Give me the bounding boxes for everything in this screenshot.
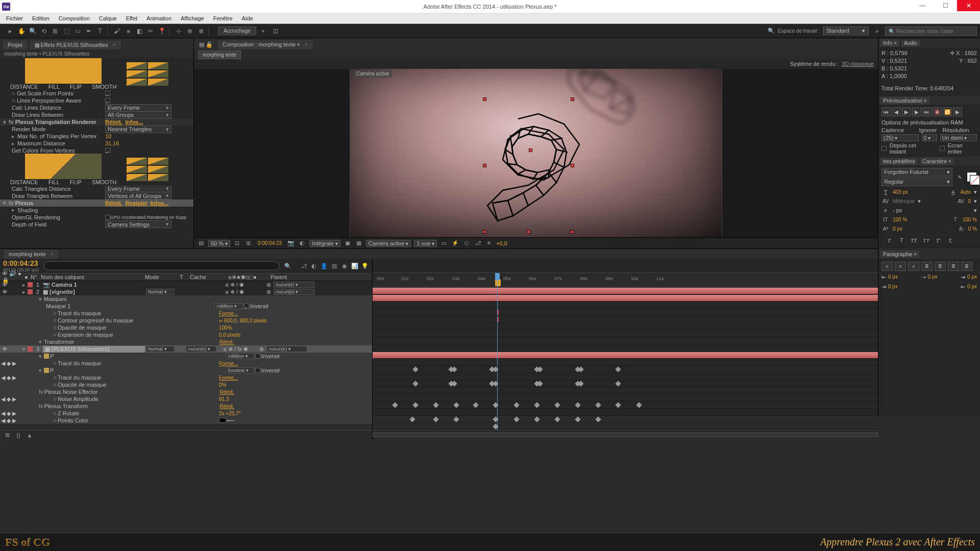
layer-row[interactable]: ⊙ Opacité de masque0%	[0, 381, 372, 388]
timeline-search-input[interactable]	[44, 261, 279, 270]
show-channel-icon[interactable]: ◐	[298, 239, 306, 247]
play-button[interactable]: ▶	[902, 107, 911, 116]
snapping-button[interactable]: Accrochage	[218, 27, 256, 35]
zoom-in-icon[interactable]: {}	[14, 431, 22, 439]
subscript-button[interactable]: T,	[946, 236, 955, 244]
draft3d-icon[interactable]: ◐	[310, 262, 318, 270]
effect-property[interactable]: ▸Maximum Distance31,16	[0, 140, 193, 147]
justify-center-button[interactable]: ≣	[935, 262, 946, 271]
minimize-button[interactable]: —	[911, 0, 934, 11]
effect-property[interactable]: Draw Lines BetweenAll Groups▾	[0, 111, 193, 118]
always-preview-icon[interactable]: ▤	[197, 239, 205, 247]
smallcaps-button[interactable]: Tᴛ	[921, 236, 930, 244]
roto-tool[interactable]: ✂	[145, 26, 156, 36]
snap-icon[interactable]: ⌖	[258, 26, 268, 36]
align-left-button[interactable]: ≡	[881, 262, 893, 271]
timeline-scrollbar[interactable]	[373, 433, 878, 437]
frame-blend-icon[interactable]: ▨	[330, 262, 338, 270]
comp-subtab[interactable]: morphing texte	[198, 51, 241, 59]
ram-preview-button[interactable]: ▶	[953, 107, 962, 116]
menu-composition[interactable]: Composition	[55, 14, 94, 22]
fast-preview-icon[interactable]: ⚡	[451, 239, 459, 247]
caps-button[interactable]: TT	[909, 236, 918, 244]
justify-left-button[interactable]: ≣	[921, 262, 933, 271]
layer-row[interactable]: ◀ ◆ ▶⊙ Points Color ⟵	[0, 417, 372, 424]
layer-row[interactable]: ◀ ◆ ▶⊙ Z Rotate2x +25,7°	[0, 410, 372, 417]
menu-view[interactable]: Affichage	[177, 14, 208, 22]
justify-right-button[interactable]: ≣	[948, 262, 959, 271]
zoom-out-icon[interactable]: ▲	[26, 431, 34, 439]
layer-row[interactable]: ⊙ Contour progressif du masque∞ 600,0, 6…	[0, 317, 372, 324]
eraser-tool[interactable]: ◧	[134, 26, 144, 36]
pixel-aspect-icon[interactable]: ▭	[440, 239, 448, 247]
layer-row[interactable]: ▾ PAddition ▾ Inversé	[0, 353, 372, 360]
info-tab[interactable]: Info ×	[879, 38, 900, 47]
kerning-select[interactable]: Métrique	[893, 198, 915, 204]
brainstorm-icon[interactable]: 💡	[361, 262, 369, 270]
view-axis-icon[interactable]: ⊗	[196, 26, 206, 36]
timecode[interactable]: 0:00:04:23	[3, 259, 39, 267]
timeline-tab[interactable]: morphing texte ×	[3, 249, 59, 259]
baseline-value[interactable]: 0 px	[893, 226, 902, 232]
puppet-tool[interactable]: 📍	[157, 26, 167, 36]
menu-edit[interactable]: Edition	[28, 14, 54, 22]
resolution-ram-select[interactable]: Un demi ▾	[940, 134, 977, 141]
justify-all-button[interactable]: ≣	[961, 262, 972, 271]
camera-select[interactable]: Caméra active ▾	[366, 240, 411, 247]
vscale-value[interactable]: 100 %	[893, 217, 907, 222]
layer-row[interactable]: ⊙ Opacité de masque100%	[0, 324, 372, 331]
effect-property[interactable]: Get Colors From Vertices	[0, 147, 193, 154]
font-size-value[interactable]: 403 px	[893, 189, 908, 195]
resolution-select[interactable]: Intégrale ▾	[309, 240, 340, 247]
pan-behind-tool[interactable]: ⬚	[61, 26, 71, 36]
comp-mini-flowchart-icon[interactable]: ⎇	[300, 262, 308, 270]
camera-tool[interactable]: ⊞	[50, 26, 60, 36]
layer-row[interactable]: ⊙ Tracé du masqueForme...	[0, 310, 372, 317]
roi-icon[interactable]: ▣	[344, 239, 352, 247]
audio-tab[interactable]: Audio	[900, 39, 921, 47]
effect-property[interactable]: ▾fx Plexus Triangulation RendererRéinit.…	[0, 118, 193, 126]
workspace-menu-icon[interactable]: »	[872, 26, 882, 36]
rotate-tool[interactable]: ⟲	[39, 26, 49, 36]
effect-property[interactable]: ▸Max No. of Triangles Per Vertex10	[0, 133, 193, 140]
snap-opts-icon[interactable]: ⊡	[271, 26, 281, 36]
align-center-button[interactable]: ≡	[895, 262, 906, 271]
layer-row[interactable]: 👁▸1📷 Caméra 1⚹ ✽ / ◉⊚Aucun(e) ▾	[0, 281, 372, 288]
layer-row[interactable]: Masque 1Addition ▾ Inversé	[0, 303, 372, 310]
superscript-button[interactable]: T'	[934, 236, 943, 244]
timeline-icon[interactable]: ⏲	[462, 239, 471, 247]
align-right-button[interactable]: ≡	[908, 262, 919, 271]
selection-tool[interactable]: ▸	[5, 26, 15, 36]
shape-tool[interactable]: ▭	[72, 26, 83, 36]
menu-effect[interactable]: Effet	[122, 14, 141, 22]
layer-row[interactable]: ⊙ Expansion de masque0,0 pixels	[0, 331, 372, 338]
flowchart-icon[interactable]: ⎇	[474, 239, 482, 247]
layer-row[interactable]: fx Plexus TransformRéinit.	[0, 403, 372, 410]
last-frame-button[interactable]: ⏭	[922, 107, 932, 116]
italic-button[interactable]: T	[897, 236, 906, 244]
effect-property[interactable]: OpenGL Rendering GPU Accelerated Renderi…	[0, 214, 193, 221]
layer-row[interactable]: 👁▾3▦ [PLEXUS Silhouettes]Normal ▾Aucun(e…	[0, 345, 372, 353]
layer-row[interactable]: ◀ ◆ ▶⊙ Noise Amplitude91,3	[0, 395, 372, 403]
effect-property[interactable]: ▾fx PlexusRéinit. Register Infos...	[0, 199, 193, 207]
layer-row[interactable]: ▾Masques	[0, 295, 372, 303]
grid-icon[interactable]: ⊞	[244, 239, 253, 247]
effect-property[interactable]: Render ModeNearest Triangles▾	[0, 126, 193, 133]
motion-blur-icon[interactable]: ◉	[340, 262, 349, 270]
presets-tab[interactable]: tres prédéfinis	[879, 157, 919, 166]
toggle-switches-icon[interactable]: ⊞	[3, 431, 11, 439]
menu-animation[interactable]: Animation	[142, 14, 176, 22]
menu-window[interactable]: Fenêtre	[209, 14, 237, 22]
prev-frame-button[interactable]: ◀	[892, 107, 901, 116]
menu-help[interactable]: Aide	[238, 14, 257, 22]
local-axis-icon[interactable]: ⊹	[174, 26, 184, 36]
stroke-value[interactable]: - px	[893, 207, 902, 213]
effect-property[interactable]: Calc Lines DistanceEvery Frame▾	[0, 104, 193, 111]
tracking-value[interactable]: 0	[968, 198, 971, 204]
mute-button[interactable]: 🔇	[933, 107, 942, 116]
zoom-tool[interactable]: 🔍	[28, 26, 38, 36]
effects-tab[interactable]: ▤ Effets PLEXUS Silhouettes ×	[29, 40, 121, 49]
effect-property[interactable]: ▸Shading	[0, 207, 193, 214]
layer-row[interactable]: fx Plexus Noise EffectorRéinit.	[0, 388, 372, 395]
menu-layer[interactable]: Calque	[95, 14, 121, 22]
